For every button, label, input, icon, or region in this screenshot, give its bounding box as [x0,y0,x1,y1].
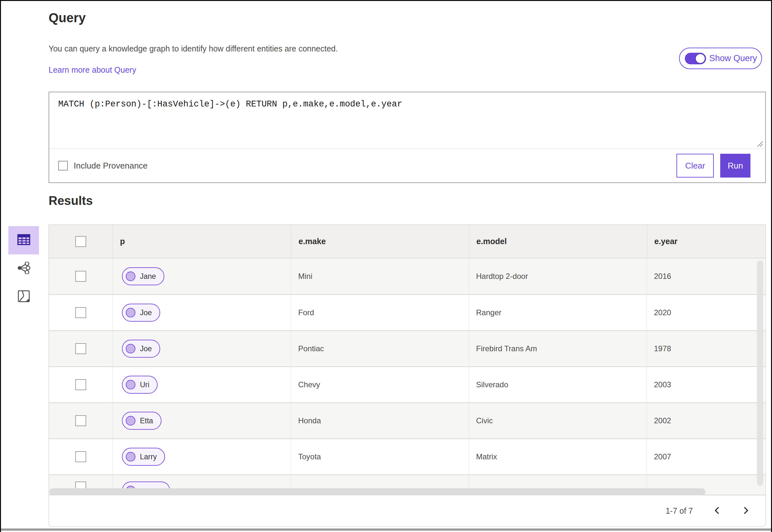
entity-node-icon [126,308,135,317]
table-row: Joe Ford Ranger 2020 [49,294,766,330]
query-input[interactable]: MATCH (p:Person)-[:HasVehicle]->(e) RETU… [49,92,765,149]
person-chip[interactable]: Uri [122,376,158,394]
entity-node-icon [126,416,135,426]
person-chip[interactable]: Joe [122,304,160,322]
query-buttons: Clear Run [676,154,750,178]
table-row: Etta Honda Civic 2002 [49,402,766,438]
row-select-cell [49,331,113,366]
column-header-p: p [113,225,291,258]
toggle-on-icon[interactable] [685,53,706,64]
chevron-right-icon [742,505,750,517]
person-chip-label: Joe [140,344,152,353]
show-query-label: Show Query [709,53,757,63]
person-chip[interactable]: Joe [122,340,160,358]
table-row: Uri Chevy Silverado 2003 [49,366,766,402]
table-view-button[interactable] [8,226,39,254]
query-description: You can query a knowledge graph to ident… [49,44,338,53]
person-chip-label: Joe [140,308,152,317]
row-checkbox[interactable] [75,379,86,390]
link-chart-icon [17,262,31,275]
model-cell: Matrix [469,439,647,474]
make-cell: Ford [291,295,469,330]
model-cell: Hardtop 2-door [469,258,647,294]
show-query-toggle[interactable]: Show Query [679,48,762,69]
model-cell: Silverado [469,367,647,402]
person-chip-label: Etta [140,417,153,425]
select-all-checkbox[interactable] [75,236,86,247]
results-table: p e.make e.model e.year Jane Mini Hardto… [49,225,766,527]
year-cell: 2002 [647,403,766,438]
run-button[interactable]: Run [720,154,750,178]
table-row: Joe Pontiac Firebird Trans Am 1978 [49,330,766,366]
person-cell: Joe [113,295,291,330]
column-header-model: e.model [469,225,647,258]
table-row: Jane Mini Hardtop 2-door 2016 [49,258,766,294]
person-cell: Larry [113,439,291,474]
table-footer: 1-7 of 7 [49,495,766,527]
query-panel: MATCH (p:Person)-[:HasVehicle]->(e) RETU… [49,92,766,183]
model-cell: Civic [469,403,647,438]
person-cell: Jane [113,258,291,294]
page-title: Query [49,11,86,25]
row-checkbox[interactable] [75,343,86,354]
link-chart-view-button[interactable] [8,254,39,283]
person-cell: Etta [113,403,291,438]
entity-node-icon [126,380,135,390]
entity-node-icon [126,271,135,281]
person-chip-label: Uri [140,381,149,389]
map-view-button[interactable] [8,283,39,311]
person-chip-label: Larry [140,453,157,461]
resize-handle-icon[interactable] [756,140,764,149]
year-cell: 1978 [647,331,766,366]
query-controls: Include Provenance Clear Run [49,149,765,182]
model-cell: Ranger [469,295,647,330]
row-select-cell [49,295,113,330]
chevron-left-icon [713,505,721,517]
clear-button[interactable]: Clear [676,154,714,178]
entity-node-icon [126,344,135,353]
window-bottom-edge [1,528,771,531]
entity-node-icon [126,452,135,462]
row-select-cell [49,403,113,438]
view-switcher [8,226,39,311]
toggle-knob [695,53,705,64]
person-cell: Uri [113,367,291,402]
column-header-make: e.make [291,225,469,258]
row-checkbox[interactable] [75,271,86,282]
column-header-year: e.year [647,225,766,258]
row-checkbox[interactable] [75,307,86,318]
table-icon [17,234,30,246]
app-window: Query You can query a knowledge graph to… [0,0,772,532]
vertical-scrollbar[interactable] [757,261,763,486]
table-row: Larry Toyota Matrix 2007 [49,438,766,474]
year-cell: 2007 [647,439,766,474]
model-cell: Firebird Trans Am [469,331,647,366]
learn-more-link[interactable]: Learn more about Query [49,65,136,75]
make-cell: Mini [291,258,469,294]
table-body: Jane Mini Hardtop 2-door 2016 Joe Ford R… [49,258,766,495]
year-cell: 2003 [647,367,766,402]
row-checkbox[interactable] [75,415,86,426]
include-provenance-checkbox[interactable]: Include Provenance [58,161,148,171]
person-chip[interactable]: Larry [122,448,165,466]
make-cell: Chevy [291,367,469,402]
checkbox-icon[interactable] [58,161,68,170]
table-header: p e.make e.model e.year [49,225,766,258]
previous-page-button[interactable] [712,505,722,518]
next-page-button[interactable] [741,505,751,518]
year-cell: 2020 [647,295,766,330]
row-select-cell [49,258,113,294]
person-chip-label: Jane [140,272,156,281]
make-cell: Toyota [291,439,469,474]
row-checkbox[interactable] [75,451,86,462]
pagination-range: 1-7 of 7 [666,506,693,516]
person-chip[interactable]: Jane [122,267,164,285]
results-title: Results [49,194,93,208]
map-icon [18,290,30,304]
person-cell: Joe [113,331,291,366]
person-chip[interactable]: Etta [122,412,161,430]
horizontal-scrollbar[interactable] [49,488,705,495]
row-select-cell [49,439,113,474]
row-select-cell [49,367,113,402]
include-provenance-label: Include Provenance [74,161,148,171]
